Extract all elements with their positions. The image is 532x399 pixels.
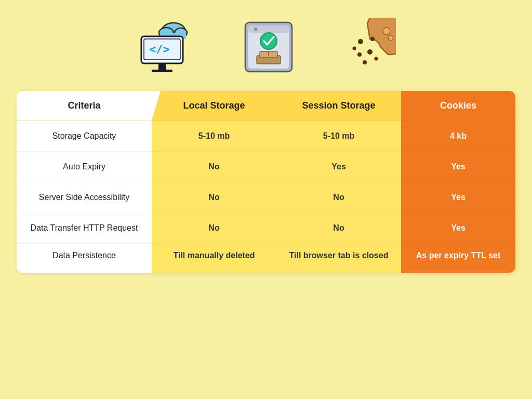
- local-auto-expiry: No: [152, 152, 276, 182]
- criteria-data-transfer: Data Transfer HTTP Request: [17, 213, 152, 244]
- header-session-storage: Session Storage: [276, 91, 401, 121]
- local-server-side: No: [152, 182, 276, 213]
- criteria-storage-capacity: Storage Capacity: [17, 121, 152, 152]
- session-server-side: No: [276, 182, 401, 213]
- session-data-persistence: Till browser tab is closed: [276, 244, 401, 273]
- svg-rect-8: [152, 70, 172, 72]
- svg-point-25: [353, 47, 356, 50]
- local-data-transfer: No: [152, 213, 276, 244]
- cookies-auto-expiry: Yes: [401, 152, 515, 182]
- session-storage-icon: [240, 18, 297, 75]
- svg-point-23: [363, 60, 367, 64]
- criteria-data-persistence: Data Persistence: [17, 244, 152, 273]
- header-cookies: Cookies: [401, 91, 515, 121]
- criteria-auto-expiry: Auto Expiry: [17, 152, 152, 182]
- session-storage-icon-wrapper: [240, 18, 297, 75]
- header-local-storage: Local Storage: [152, 91, 276, 121]
- local-storage-capacity: 5-10 mb: [152, 121, 276, 152]
- criteria-server-side: Server Side Accessibility: [17, 182, 152, 213]
- table-row: Data Persistence Till manually deleted T…: [17, 244, 515, 273]
- cookies-storage-capacity: 4 kb: [401, 121, 515, 152]
- cookies-data-transfer: Yes: [401, 213, 515, 244]
- cookies-data-persistence: As per expiry TTL set: [401, 244, 515, 273]
- session-auto-expiry: Yes: [276, 152, 401, 182]
- icons-row: </>: [136, 16, 396, 75]
- svg-point-12: [254, 28, 257, 31]
- svg-point-17: [383, 28, 390, 35]
- comparison-table: Criteria Local Storage Session Storage C…: [17, 91, 515, 273]
- svg-text:</>: </>: [149, 43, 170, 56]
- local-data-persistence: Till manually deleted: [152, 244, 276, 273]
- svg-point-20: [367, 49, 373, 55]
- svg-point-18: [388, 35, 393, 41]
- session-data-transfer: No: [276, 213, 401, 244]
- svg-point-24: [375, 57, 378, 61]
- cookies-icon-wrapper: [339, 18, 396, 75]
- local-storage-icon-wrapper: </>: [136, 16, 198, 75]
- table-row: Data Transfer HTTP Request No No Yes: [17, 213, 515, 244]
- svg-point-16: [260, 33, 277, 49]
- cookies-icon: [339, 18, 396, 75]
- table-row: Server Side Accessibility No No Yes: [17, 182, 515, 213]
- svg-point-19: [358, 39, 363, 44]
- table-row: Auto Expiry No Yes Yes: [17, 152, 515, 182]
- local-storage-icon: </>: [136, 16, 198, 75]
- svg-point-22: [370, 37, 375, 41]
- table-row: Storage Capacity 5-10 mb 5-10 mb 4 kb: [17, 121, 515, 152]
- svg-point-21: [357, 52, 362, 57]
- svg-rect-7: [158, 63, 166, 70]
- header-criteria: Criteria: [17, 91, 152, 121]
- session-storage-capacity: 5-10 mb: [276, 121, 401, 152]
- cookies-server-side: Yes: [401, 182, 515, 213]
